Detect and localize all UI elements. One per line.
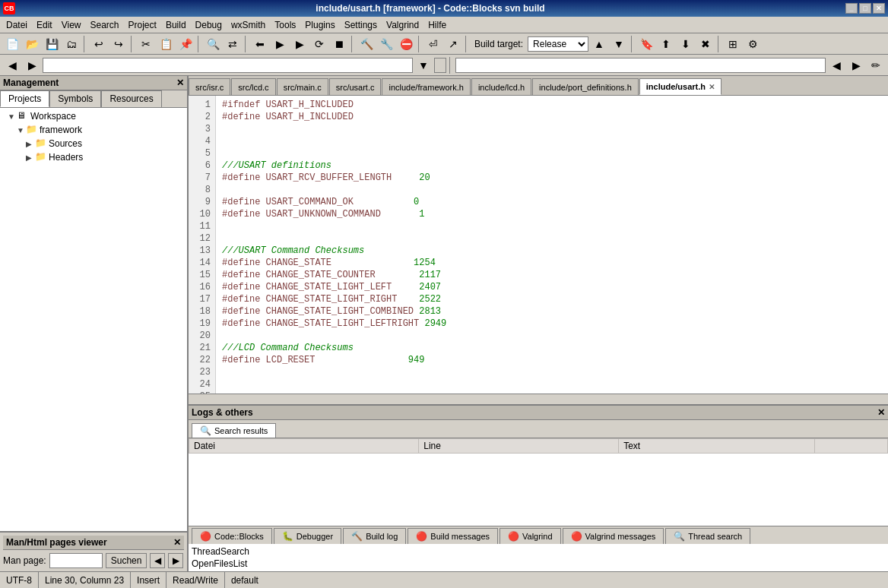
rebuild-btn[interactable]: 🔧 bbox=[377, 36, 395, 52]
debugger-icon: 🐛 bbox=[282, 531, 293, 542]
tree-workspace[interactable]: ▼ 🖥 Workspace bbox=[2, 109, 186, 123]
nav-fwd-btn[interactable]: ▶ bbox=[23, 57, 41, 74]
bottom-tab-valgrind[interactable]: 🔴 Valgrind bbox=[500, 528, 561, 544]
logs-tabs-area[interactable]: Datei Line Text bbox=[189, 438, 888, 526]
build-target-down[interactable]: ▼ bbox=[610, 36, 628, 52]
menu-valgrind[interactable]: Valgrind bbox=[382, 17, 423, 33]
build-btn[interactable]: 🔨 bbox=[357, 36, 376, 52]
search-next-btn[interactable]: ▶ bbox=[847, 57, 865, 74]
tab-projects[interactable]: Projects bbox=[0, 90, 49, 107]
menu-edit[interactable]: Edit bbox=[32, 17, 57, 33]
bottom-tab-thread-search[interactable]: 🔍 Thread search bbox=[665, 528, 750, 544]
tab-lcd-h[interactable]: include/lcd.h bbox=[471, 78, 531, 95]
menu-hilfe[interactable]: Hilfe bbox=[423, 17, 451, 33]
abort-btn[interactable]: ⛔ bbox=[397, 36, 415, 52]
tab-resources[interactable]: Resources bbox=[101, 90, 161, 107]
clear-bookmark-btn[interactable]: ✖ bbox=[696, 36, 715, 52]
tab-symbols[interactable]: Symbols bbox=[49, 90, 101, 107]
find-button[interactable]: 🔍 bbox=[204, 36, 222, 52]
paste-button[interactable]: 📌 bbox=[176, 36, 195, 52]
bottom-tab-valgrind-messages[interactable]: 🔴 Valgrind messages bbox=[563, 528, 664, 544]
tree-sources[interactable]: ▶ 📁 Sources bbox=[2, 137, 186, 150]
maximize-button[interactable]: □ bbox=[859, 3, 871, 14]
menu-datei[interactable]: Datei bbox=[2, 17, 32, 33]
build-target-select[interactable]: Release Debug bbox=[528, 36, 588, 52]
tab-port-def-h[interactable]: include/port_definitions.h bbox=[532, 78, 639, 95]
build-target-up[interactable]: ▲ bbox=[590, 36, 608, 52]
menu-view[interactable]: View bbox=[57, 17, 86, 33]
tab-usart-h-close[interactable]: ✕ bbox=[709, 83, 715, 91]
search-highlight-btn[interactable]: ✏ bbox=[867, 57, 885, 74]
debug-step-btn[interactable]: ⏎ bbox=[424, 36, 442, 52]
menu-wxsmith[interactable]: wxSmith bbox=[227, 17, 270, 33]
man-row: Man page: Suchen ◀ ▶ bbox=[3, 553, 184, 568]
tab-usart-h[interactable]: include/usart.h ✕ bbox=[639, 78, 722, 95]
bottom-tab-debugger[interactable]: 🐛 Debugger bbox=[274, 528, 341, 544]
pause-button[interactable]: ⟳ bbox=[310, 36, 328, 52]
bottom-tab-build-log[interactable]: 🔨 Build log bbox=[343, 528, 406, 544]
logs-tab-search-results[interactable]: 🔍 Search results bbox=[192, 423, 276, 438]
save-button[interactable]: 💾 bbox=[43, 36, 61, 52]
status-misc: default bbox=[225, 572, 265, 588]
menu-project[interactable]: Project bbox=[124, 17, 161, 33]
stop-button[interactable]: ⏹ bbox=[330, 36, 348, 52]
title-bar: CB include/usart.h [framework] - Code::B… bbox=[0, 0, 888, 17]
tab-usart-c[interactable]: src/usart.c bbox=[329, 78, 382, 95]
close-button[interactable]: ✕ bbox=[873, 3, 885, 14]
nav-path[interactable] bbox=[43, 58, 413, 73]
tab-lcd-c[interactable]: src/lcd.c bbox=[231, 78, 275, 95]
nav-back-btn[interactable]: ◀ bbox=[3, 57, 21, 74]
options-btn[interactable]: ⚙ bbox=[744, 36, 762, 52]
code-editor[interactable]: 12345 678910 1112131415 1617181920 21222… bbox=[189, 96, 888, 394]
new-button[interactable]: 📄 bbox=[3, 36, 21, 52]
menu-build[interactable]: Build bbox=[161, 17, 191, 33]
cut-button[interactable]: ✂ bbox=[137, 36, 155, 52]
redo-button[interactable]: ↪ bbox=[109, 36, 128, 52]
man-page-input[interactable] bbox=[49, 553, 103, 568]
toolbar-nav: ◀ ▶ ▼ ◀ ▶ ✏ bbox=[0, 55, 888, 76]
tab-main-c[interactable]: src/main.c bbox=[277, 78, 328, 95]
man-prev-button[interactable]: ◀ bbox=[150, 553, 165, 568]
bookmark-btn[interactable]: 🔖 bbox=[637, 36, 655, 52]
bottom-tab-codeblocks[interactable]: 🔴 Code::Blocks bbox=[192, 528, 272, 544]
code-content[interactable]: #ifndef USART_H_INCLUDED #define USART_H… bbox=[216, 96, 888, 394]
debug-step-over-btn[interactable]: ↗ bbox=[444, 36, 462, 52]
tree-headers[interactable]: ▶ 📁 Headers bbox=[2, 150, 186, 164]
man-search-button[interactable]: Suchen bbox=[106, 553, 147, 568]
menu-tools[interactable]: Tools bbox=[270, 17, 300, 33]
replace-button[interactable]: ⇄ bbox=[224, 36, 242, 52]
minimize-button[interactable]: _ bbox=[845, 3, 858, 14]
management-close-button[interactable]: ✕ bbox=[176, 77, 184, 88]
editor-tabs: src/isr.c src/lcd.c src/main.c src/usart… bbox=[189, 76, 888, 96]
framework-label: framework bbox=[40, 125, 82, 135]
status-bar: UTF-8 Line 30, Column 23 Insert Read/Wri… bbox=[0, 571, 888, 588]
open-button[interactable]: 📂 bbox=[23, 36, 41, 52]
run-button[interactable]: ▶ bbox=[290, 36, 309, 52]
tab-framework-h[interactable]: include/framework.h bbox=[382, 78, 470, 95]
editor-hscroll[interactable] bbox=[189, 394, 888, 404]
prev-bookmark-btn[interactable]: ⬆ bbox=[657, 36, 675, 52]
next-bookmark-btn[interactable]: ⬇ bbox=[677, 36, 695, 52]
save-all-button[interactable]: 🗂 bbox=[62, 36, 81, 52]
tab-isr-c[interactable]: src/isr.c bbox=[189, 78, 230, 95]
tree-framework[interactable]: ▼ 📁 framework bbox=[2, 123, 186, 137]
copy-button[interactable]: 📋 bbox=[157, 36, 175, 52]
logs-close-button[interactable]: ✕ bbox=[877, 407, 885, 418]
man-panel-close[interactable]: ✕ bbox=[173, 537, 181, 548]
menu-search[interactable]: Search bbox=[86, 17, 124, 33]
man-next-button[interactable]: ▶ bbox=[168, 553, 183, 568]
bottom-tab-build-messages[interactable]: 🔴 Build messages bbox=[408, 528, 498, 544]
menu-plugins[interactable]: Plugins bbox=[300, 17, 339, 33]
undo-button[interactable]: ↩ bbox=[90, 36, 108, 52]
nav-refresh[interactable] bbox=[434, 58, 446, 73]
layout-btn[interactable]: ⊞ bbox=[724, 36, 742, 52]
search-input[interactable] bbox=[455, 58, 826, 73]
nav-arrow[interactable]: ▼ bbox=[414, 57, 433, 74]
forward-button[interactable]: ▶ bbox=[271, 36, 289, 52]
menu-debug[interactable]: Debug bbox=[191, 17, 227, 33]
window-controls[interactable]: _ □ ✕ bbox=[845, 3, 885, 14]
build-messages-label: Build messages bbox=[430, 532, 490, 541]
search-prev-btn[interactable]: ◀ bbox=[827, 57, 845, 74]
back-button[interactable]: ⬅ bbox=[251, 36, 269, 52]
menu-settings[interactable]: Settings bbox=[340, 17, 382, 33]
